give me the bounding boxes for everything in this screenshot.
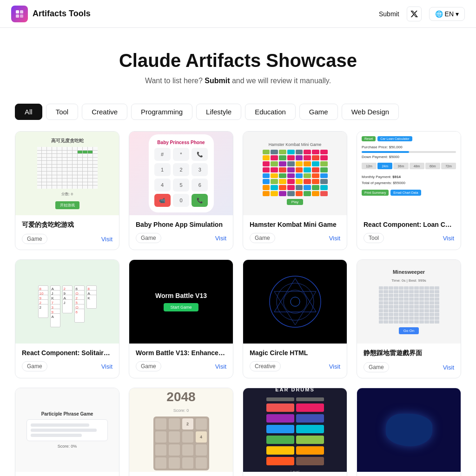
card-snake: 高可见度贪吃蛇 分数: 0 开始游戏 可爱的贪吃蛇游戏 Game Visit [15, 131, 119, 250]
card-tag[interactable]: Game [136, 233, 161, 243]
card-magic: Magic Circle HTML Creative Visit [243, 259, 347, 378]
svg-marker-8 [274, 278, 316, 312]
card-2048: 2048 Score: 0 2 [129, 388, 233, 476]
card-visit-link[interactable]: Visit [215, 363, 226, 370]
card-body: 2048 Game Visit [129, 472, 233, 476]
card-drums: EAR DRUMS [243, 388, 347, 476]
card-footer: Game Visit [136, 361, 226, 371]
card-loan: Reset Car Loan Calculator Purchase Price… [357, 131, 461, 250]
hero-section: Claude Artifacts Showcase Want to list h… [0, 28, 476, 96]
card-body: React Component: Solitaire ... Game Visi… [15, 344, 119, 377]
filter-tab-creative[interactable]: Creative [82, 104, 127, 120]
svg-rect-3 [20, 14, 23, 18]
card-visit-link[interactable]: Visit [215, 235, 226, 242]
hero-subtitle: Want to list here? Submit and we will re… [11, 77, 465, 85]
card-footer: Game Visit [364, 362, 454, 372]
card-body: Magic Circle HTML Creative Visit [243, 344, 347, 377]
svg-rect-2 [16, 14, 19, 18]
chevron-down-icon: ▾ [456, 10, 459, 18]
card-thumbnail [243, 260, 347, 344]
header-actions: Submit 🌐 EN ▾ [379, 7, 465, 21]
card-body: 可爱的贪吃蛇游戏 Game Visit [15, 215, 119, 250]
filter-tab-tool[interactable]: Tool [46, 104, 79, 120]
card-visit-link[interactable]: Visit [329, 235, 340, 242]
card-visit-link[interactable]: Visit [443, 364, 454, 371]
twitter-x-button[interactable] [407, 7, 422, 21]
card-thumbnail: Hamster Kombat Mini Game Play [243, 132, 347, 215]
submit-button[interactable]: Submit [379, 10, 399, 18]
card-thumbnail: 高可见度贪吃蛇 分数: 0 开始游戏 [15, 132, 119, 215]
filter-tab-all[interactable]: All [15, 104, 42, 120]
card-visit-link[interactable]: Visit [101, 363, 112, 370]
card-body: 静態踩地雷遊戲界面 Game Visit [357, 344, 461, 378]
language-button[interactable]: 🌐 EN ▾ [429, 7, 465, 21]
hero-title: Claude Artifacts Showcase [11, 50, 465, 71]
svg-rect-0 [16, 10, 19, 13]
header-logo-area: Artifacts Tools [11, 6, 91, 22]
card-thumbnail: 2048 Score: 0 2 [129, 388, 233, 472]
hero-subtitle-plain: Want to list here? [145, 77, 205, 85]
card-body: Dark Exploration Creative Visit [357, 472, 461, 476]
card-footer: Game Visit [250, 233, 340, 243]
card-title: Worm Battle V13: Enhanced... [136, 349, 226, 357]
card-title: Magic Circle HTML [250, 349, 340, 357]
card-tag[interactable]: Game [364, 362, 389, 372]
svg-point-5 [277, 283, 314, 320]
hero-subtitle-end: and we will review it manually. [232, 77, 331, 85]
filter-tabs: AllToolCreativeProgrammingLifestyleEduca… [0, 96, 476, 131]
card-body: Participle Phrase Game Game Visit [15, 472, 119, 476]
card-tag[interactable]: Tool [364, 233, 384, 243]
card-thumbnail: Participle Phrase Game Score: 0% [15, 388, 119, 472]
svg-point-7 [291, 297, 300, 306]
app-logo-icon [11, 6, 28, 22]
card-footer: Game Visit [22, 361, 112, 371]
card-baby-phone: Baby Princess Phone # * 📞 1 2 [129, 131, 233, 250]
card-visit-link[interactable]: Visit [329, 363, 340, 370]
svg-point-4 [270, 276, 321, 327]
card-title: React Component: Loan Cal... [364, 221, 454, 228]
card-visit-link[interactable]: Visit [101, 236, 112, 243]
card-footer: Creative Visit [250, 361, 340, 371]
card-body: Baby Phone App Simulation Game Visit [129, 215, 233, 249]
card-thumbnail: Worm Battle V13 Start Game [129, 260, 233, 344]
card-tag[interactable]: Creative [250, 361, 281, 371]
card-thumbnail: Minesweeper Time: 0s | Best: 999s Go On [357, 260, 461, 344]
filter-tab-education[interactable]: Education [245, 104, 296, 120]
card-minesweeper: Minesweeper Time: 0s | Best: 999s Go On … [357, 259, 461, 378]
card-footer: Game Visit [136, 233, 226, 243]
card-solitaire: 810922 AJK739A 29AJ 6Q25Q6 [15, 259, 119, 378]
card-title: 静態踩地雷遊戲界面 [364, 349, 454, 357]
card-thumbnail: EAR DRUMS [243, 388, 347, 472]
card-title: React Component: Solitaire ... [22, 349, 112, 357]
card-title: 可爱的贪吃蛇游戏 [22, 221, 112, 229]
card-visit-link[interactable]: Visit [443, 235, 454, 242]
card-worm: Worm Battle V13 Start Game Worm Battle V… [129, 259, 233, 378]
card-body: EAR DRUMS Creative Visit [243, 472, 347, 476]
card-thumbnail [357, 388, 461, 472]
card-tag[interactable]: Game [250, 233, 275, 243]
card-tag[interactable]: Game [22, 234, 47, 244]
card-body: Hamster Kombat Mini Game Game Visit [243, 215, 347, 249]
card-title: Hamster Kombat Mini Game [250, 221, 340, 228]
language-label: EN [445, 10, 454, 18]
card-hamster: Hamster Kombat Mini Game Play Hamster Ko… [243, 131, 347, 250]
svg-point-6 [284, 290, 307, 313]
card-footer: Game Visit [22, 234, 112, 244]
card-thumbnail: 810922 AJK739A 29AJ 6Q25Q6 [15, 260, 119, 344]
card-tag[interactable]: Game [136, 361, 161, 371]
svg-marker-9 [274, 291, 316, 325]
card-tag[interactable]: Game [22, 361, 47, 371]
svg-rect-1 [20, 10, 23, 13]
filter-tab-webdesign[interactable]: Web Design [342, 104, 399, 120]
cards-grid: 高可见度贪吃蛇 分数: 0 开始游戏 可爱的贪吃蛇游戏 Game Visit B… [0, 131, 476, 476]
hero-submit-link[interactable]: Submit [205, 77, 230, 85]
card-dark: Dark Exploration Creative Visit [357, 388, 461, 476]
filter-tab-game[interactable]: Game [299, 104, 338, 120]
card-title: Baby Phone App Simulation [136, 221, 226, 228]
filter-tab-lifestyle[interactable]: Lifestyle [196, 104, 241, 120]
filter-tab-programming[interactable]: Programming [131, 104, 192, 120]
app-title: Artifacts Tools [33, 9, 91, 19]
card-body: Worm Battle V13: Enhanced... Game Visit [129, 344, 233, 377]
card-footer: Tool Visit [364, 233, 454, 243]
header: Artifacts Tools Submit 🌐 EN ▾ [0, 0, 476, 28]
